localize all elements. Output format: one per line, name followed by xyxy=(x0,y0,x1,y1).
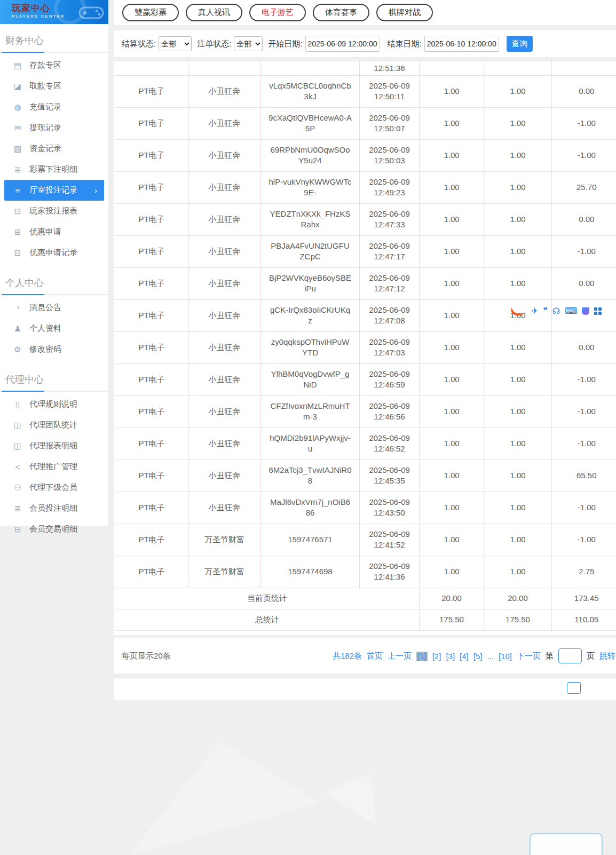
order-no-cell: hlP-vukVnyKWWGWTc9E- xyxy=(261,171,360,203)
end-date-input[interactable] xyxy=(424,36,499,52)
sidebar-item[interactable]: ◫代理报表明细 xyxy=(0,436,108,456)
game-tab[interactable]: 棋牌对战 xyxy=(376,4,433,21)
game-tab[interactable]: 真人视讯 xyxy=(186,4,242,21)
game-cell: 小丑狂奔 xyxy=(188,139,261,171)
win-loss-cell: 25.70 xyxy=(552,171,616,203)
page-jump-input[interactable] xyxy=(558,648,582,663)
sidebar-item[interactable]: ⊡玩家投注报表 xyxy=(0,201,108,221)
sidebar-item-label: 玩家投注报表 xyxy=(29,206,77,216)
sidebar-item-label: 提现记录 xyxy=(29,123,61,133)
game-tab[interactable]: 雙赢彩票 xyxy=(122,4,179,21)
page-link[interactable]: [5] xyxy=(473,652,483,661)
secondary-jump-input[interactable] xyxy=(567,682,581,694)
sidebar-item[interactable]: ♟个人资料 xyxy=(0,318,108,339)
sidebar-item[interactable]: ▧资金记录 xyxy=(0,138,108,159)
paint-bucket-icon[interactable] xyxy=(582,307,589,315)
sidebar-item[interactable]: ≡厅室投注记录› xyxy=(4,180,104,201)
first-page-link[interactable]: 首页 xyxy=(367,651,383,661)
player-bet-report-icon: ⊡ xyxy=(13,207,22,216)
sidebar-item[interactable]: ≣彩票下注明细 xyxy=(0,159,108,180)
page-link[interactable]: [1] xyxy=(416,652,428,661)
valid-bet-cell: 1.00 xyxy=(484,203,552,235)
time-cell: 2025-06-09 12:41:52 xyxy=(360,524,420,556)
bet-records-table: 12:51:36PT电子小丑狂奔vLqx5MCBCL0oqhnCb3kJ2025… xyxy=(115,61,616,631)
user-icon: ♟ xyxy=(13,324,22,334)
bet-amount-cell: 1.00 xyxy=(420,75,484,107)
sidebar-item-label: 代理报表明细 xyxy=(29,441,77,451)
sidebar-item[interactable]: ◫代理团队统计 xyxy=(0,415,108,436)
sidebar-item[interactable]: ⊟会员交易明细 xyxy=(0,519,108,540)
sidebar-item[interactable]: ◍充值记录 xyxy=(0,97,108,117)
table-cell xyxy=(188,61,261,75)
valid-bet-cell: 1.00 xyxy=(484,492,552,524)
sidebar-item[interactable]: ⊞优惠申请 xyxy=(0,221,108,242)
page-link[interactable]: [3] xyxy=(446,652,455,661)
sidebar-item[interactable]: ◪取款专区 xyxy=(0,76,108,97)
game-cell: 小丑狂奔 xyxy=(188,203,261,235)
quote-icon[interactable]: ❞ xyxy=(543,306,548,316)
valid-bet-cell: 1.00 xyxy=(484,395,552,428)
game-tab[interactable]: 电子游艺 xyxy=(249,4,306,21)
end-date-label: 结束日期: xyxy=(388,39,422,49)
sidebar-item[interactable]: ⚙修改密码 xyxy=(0,339,108,360)
sidebar-item[interactable]: ▯代理规则说明 xyxy=(0,394,108,415)
ime-logo[interactable] xyxy=(510,305,526,317)
sidebar-item[interactable]: ✉提现记录 xyxy=(0,117,108,138)
valid-bet-cell: 1.00 xyxy=(484,267,552,299)
table-row: PT电子小丑狂奔zy0qqkspOThviHPuWYTD2025-06-09 1… xyxy=(115,331,616,363)
valid-bet-cell: 1.00 xyxy=(484,171,552,203)
sidebar-section-title: 个人中心 xyxy=(5,276,108,294)
prev-page-link[interactable]: 上一页 xyxy=(388,651,412,661)
keyboard-icon[interactable]: ⌨ xyxy=(565,306,577,316)
sidebar-item[interactable]: ◔消息公告 xyxy=(0,297,108,318)
table-row: PT电子小丑狂奔YEDZTnXKXk_FHzKSRahx2025-06-09 1… xyxy=(115,203,616,235)
withdraw-icon: ◪ xyxy=(13,82,22,91)
game-tab[interactable]: 体育赛事 xyxy=(313,4,369,21)
table-cell xyxy=(484,61,552,75)
platform-cell: PT电子 xyxy=(115,267,188,299)
total-stats-bet: 175.50 xyxy=(420,609,484,630)
bet-amount-cell: 1.00 xyxy=(420,460,484,492)
table-cell xyxy=(261,61,360,75)
platform-cell: PT电子 xyxy=(115,107,188,139)
valid-bet-cell: 1.00 xyxy=(484,107,552,139)
jump-button[interactable]: 跳转 xyxy=(599,651,615,661)
game-cell: 小丑狂奔 xyxy=(188,460,261,492)
bet-amount-cell: 1.00 xyxy=(420,139,484,171)
settle-status-select[interactable]: 全部 xyxy=(159,36,192,51)
sidebar-item-label: 厅室投注记录 xyxy=(29,185,77,195)
win-loss-cell: 0.00 xyxy=(552,75,616,107)
plane-icon[interactable]: ✈ xyxy=(531,306,538,316)
grid-icon[interactable] xyxy=(594,307,602,315)
sidebar-item[interactable]: ▤存款专区 xyxy=(0,55,108,76)
bet-amount-cell: 1.00 xyxy=(420,203,484,235)
sidebar-item[interactable]: <代理推广管理 xyxy=(0,456,108,477)
sidebar-item-label: 个人资料 xyxy=(29,323,61,334)
table-row: PT电子小丑狂奔BjP2WVKqyeB6oySBEiPu2025-06-09 1… xyxy=(115,267,616,299)
total-stats-winloss: 110.05 xyxy=(552,609,616,630)
sidebar-item[interactable]: ⚇代理下级会员 xyxy=(0,477,108,498)
start-date-input[interactable] xyxy=(305,36,380,52)
valid-bet-cell: 1.00 xyxy=(484,428,552,460)
sidebar-item[interactable]: ⊟优惠申请记录 xyxy=(0,242,108,263)
chevron-right-icon: › xyxy=(94,186,97,195)
bet-amount-cell: 1.00 xyxy=(420,107,484,139)
game-cell: 小丑狂奔 xyxy=(188,107,261,139)
total-count-label: 共182条 xyxy=(333,651,362,661)
table-row: PT电子小丑狂奔PBJaA4FvUN2tUGFUZCpC2025-06-09 1… xyxy=(115,235,616,267)
page-link[interactable]: [2] xyxy=(432,652,441,661)
last-page-link[interactable]: [10] xyxy=(499,652,512,661)
platform-cell: PT电子 xyxy=(115,363,188,395)
headset-icon[interactable]: ☊ xyxy=(552,306,560,316)
next-page-link[interactable]: 下一页 xyxy=(517,651,541,661)
order-status-select[interactable]: 全部 xyxy=(234,36,263,51)
sidebar-item[interactable]: ≣会员投注明细 xyxy=(0,498,108,519)
valid-bet-cell: 1.00 xyxy=(484,556,552,588)
page-link[interactable]: [4] xyxy=(460,652,469,661)
bet-amount-cell: 1.00 xyxy=(420,235,484,267)
hall-bet-record-icon: ≡ xyxy=(13,186,22,195)
floating-widget[interactable] xyxy=(530,833,603,855)
time-cell: 2025-06-09 12:45:35 xyxy=(360,460,420,492)
search-button[interactable]: 查询 xyxy=(507,36,533,52)
bet-amount-cell: 1.00 xyxy=(420,363,484,395)
